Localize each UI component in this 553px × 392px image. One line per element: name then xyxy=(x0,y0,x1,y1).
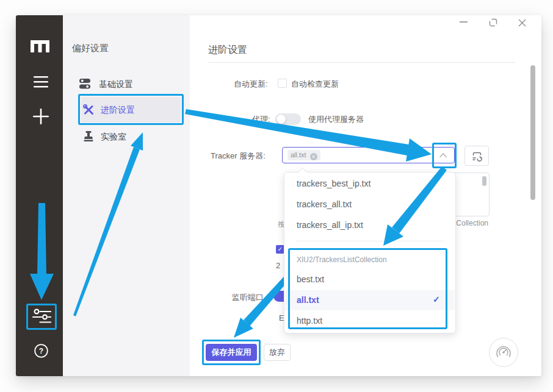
maximize-icon[interactable] xyxy=(489,18,497,27)
sidebar-item-basic-settings[interactable]: 基础设置 xyxy=(99,79,133,90)
sync-icon xyxy=(472,151,482,162)
proxy-label: 代理: xyxy=(252,114,270,125)
text-fragment-num: 2 xyxy=(276,261,283,270)
minimize-icon[interactable] xyxy=(460,21,468,23)
stamp-icon xyxy=(84,131,93,142)
listen-port-label: 监听端口 xyxy=(232,292,264,303)
svg-text:?: ? xyxy=(39,347,43,355)
toggles-icon xyxy=(79,79,90,89)
textarea-scrollbar-thumb xyxy=(482,176,486,186)
dropdown-divider xyxy=(295,241,444,241)
screenshot-root: ? 偏好设置 基础设置 进阶设置 实验室 进阶设置 自动更新: 自动检查更新 xyxy=(0,0,553,392)
sync-tracker-button[interactable] xyxy=(464,146,489,166)
task-list-icon[interactable] xyxy=(34,76,48,88)
annotation-box-advanced-settings xyxy=(78,94,184,125)
proxy-toggle[interactable] xyxy=(275,113,301,125)
dropdown-item[interactable]: trackers_all_ip.txt xyxy=(297,220,363,230)
tracker-server-label: Tracker 服务器: xyxy=(211,151,266,162)
sync-daily-checkbox[interactable]: ✓ xyxy=(276,245,284,254)
annotation-box-dropdown-group xyxy=(288,248,447,329)
auto-update-label: 自动更新: xyxy=(234,79,268,90)
scrollbar-thumb[interactable] xyxy=(530,65,535,200)
motrix-logo-icon xyxy=(31,40,49,52)
add-task-icon[interactable] xyxy=(33,109,49,124)
tracker-tag: all.txt × xyxy=(287,150,320,160)
page-title: 进阶设置 xyxy=(208,44,247,57)
sidebar-item-lab[interactable]: 实验室 xyxy=(101,132,126,143)
speedometer-icon xyxy=(495,344,512,361)
hint-fragment-2: 〈 xyxy=(278,227,283,235)
annotation-box-save-button xyxy=(202,340,261,365)
annotation-box-preferences-icon xyxy=(26,304,57,330)
help-icon[interactable]: ? xyxy=(34,344,48,358)
tracker-tag-label: all.txt xyxy=(291,151,306,159)
annotation-box-chevron xyxy=(432,143,457,168)
discard-button[interactable]: 放弃 xyxy=(264,344,291,361)
dropdown-item[interactable]: trackers_all.txt xyxy=(297,199,352,209)
panel-title: 偏好设置 xyxy=(72,43,109,54)
proxy-switch-label: 使用代理服务器 xyxy=(308,114,364,125)
close-icon[interactable] xyxy=(518,18,527,27)
hint-fragment-1: 按 xyxy=(278,219,284,227)
auto-update-checkbox[interactable] xyxy=(278,79,287,88)
speed-limit-button[interactable] xyxy=(489,338,518,367)
proxy-toggle-knob xyxy=(276,115,286,124)
title-divider xyxy=(208,62,515,63)
dropdown-item[interactable]: trackers_best_ip.txt xyxy=(297,179,370,188)
auto-update-checkbox-label[interactable]: 自动检查更新 xyxy=(291,79,339,90)
tag-close-icon[interactable]: × xyxy=(310,153,317,160)
preferences-panel xyxy=(63,15,190,376)
